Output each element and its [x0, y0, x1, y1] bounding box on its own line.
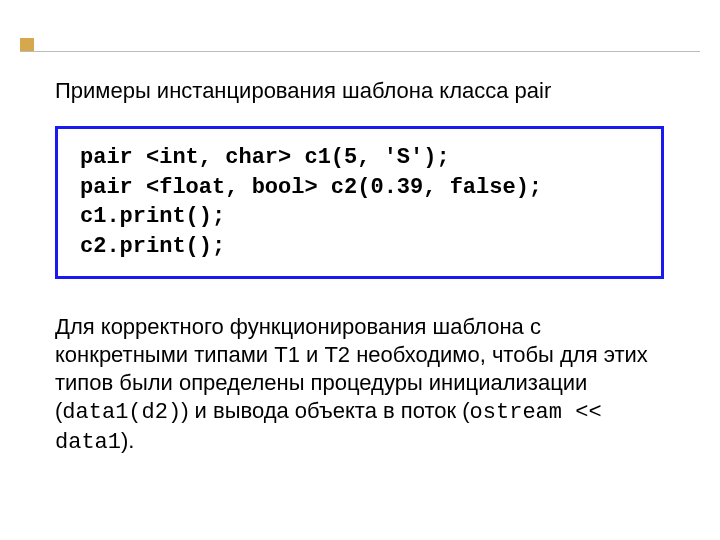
code-line-4: c2.print();	[80, 234, 225, 259]
code-box: pair <int, char> c1(5, 'S'); pair <float…	[55, 126, 664, 279]
code-line-3: c1.print();	[80, 204, 225, 229]
slide-heading: Примеры инстанцирования шаблона класса p…	[55, 78, 670, 104]
para-text-3: ).	[121, 428, 134, 453]
code-line-1: pair <int, char> c1(5, 'S');	[80, 145, 450, 170]
inline-code-1: data1(d2)	[62, 400, 181, 425]
accent-underline	[20, 51, 700, 52]
accent-square	[20, 38, 34, 52]
explanation-paragraph: Для корректного функционирования шаблона…	[55, 313, 670, 458]
code-line-2: pair <float, bool> c2(0.39, false);	[80, 175, 542, 200]
code-block: pair <int, char> c1(5, 'S'); pair <float…	[80, 143, 639, 262]
para-text-2: ) и вывода объекта в поток (	[181, 398, 469, 423]
slide-content: Примеры инстанцирования шаблона класса p…	[55, 78, 670, 458]
